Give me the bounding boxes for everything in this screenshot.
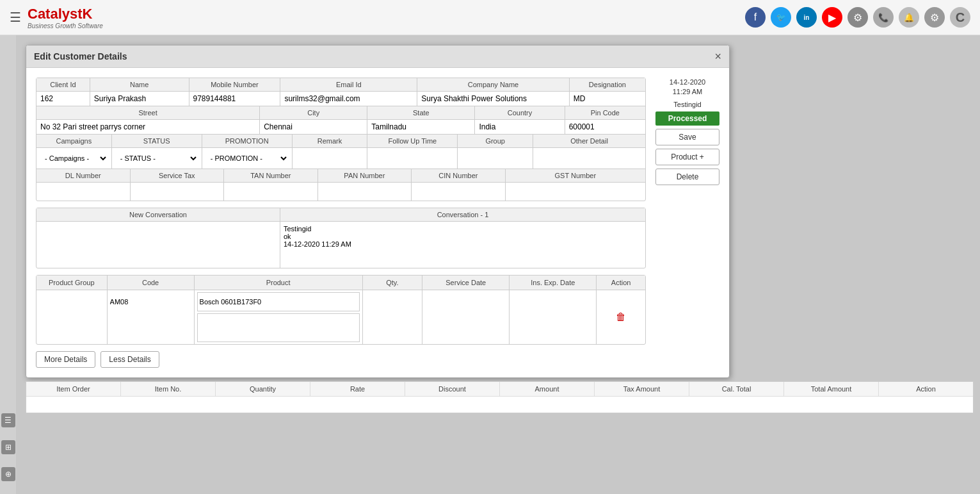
- tan-cell: TAN Number: [224, 169, 318, 201]
- status-select[interactable]: - STATUS -: [115, 150, 198, 167]
- address-row: Street City State Country: [36, 106, 645, 135]
- email-cell: Email Id: [280, 78, 417, 106]
- qty-input[interactable]: [365, 292, 420, 311]
- name-input[interactable]: [90, 92, 189, 106]
- company-cell: Company Name: [417, 78, 570, 106]
- product-group-cell: [36, 290, 108, 344]
- new-conversation-input[interactable]: [36, 222, 280, 268]
- service-date-input[interactable]: [425, 292, 506, 311]
- remark-cell: Remark: [293, 135, 368, 169]
- client-id-input[interactable]: [36, 92, 90, 106]
- bottom-table-header: Item Order Item No. Quantity Rate Discou…: [26, 382, 973, 397]
- mobile-input[interactable]: [189, 92, 280, 106]
- new-conversation-pane: New Conversation: [36, 208, 280, 268]
- less-details-button[interactable]: Less Details: [100, 351, 159, 368]
- row-delete-icon[interactable]: 🗑: [616, 311, 626, 323]
- new-conversation-textarea[interactable]: [40, 225, 277, 263]
- modal-close-button[interactable]: ×: [714, 51, 721, 62]
- gst-cell: GST Number: [506, 169, 645, 201]
- header-row-1: Client Id Name Mobile Number Email Id: [36, 78, 645, 106]
- group-cell: Group: [458, 135, 533, 169]
- product-plus-button[interactable]: Product +: [655, 149, 719, 165]
- sidebar-icon-3[interactable]: ⊕: [1, 467, 15, 481]
- promotion-select[interactable]: - PROMOTION -: [205, 150, 289, 167]
- state-input[interactable]: [367, 120, 474, 134]
- youtube-icon[interactable]: ▶: [822, 7, 842, 28]
- action-cell: 🗑: [597, 290, 645, 344]
- tan-label: TAN Number: [224, 169, 317, 183]
- table-row: 🗑: [36, 290, 645, 344]
- save-button[interactable]: Save: [655, 129, 719, 145]
- sidebar-icon-1[interactable]: ☰: [1, 413, 15, 427]
- app-name: CatalystK: [28, 6, 92, 22]
- product-group-input[interactable]: [39, 292, 104, 311]
- bell-icon[interactable]: 🔔: [899, 7, 919, 28]
- logo: CatalystK Business Growth Software: [28, 6, 103, 29]
- delete-button[interactable]: Delete: [655, 169, 719, 185]
- dl-input[interactable]: [40, 185, 127, 199]
- group-label: Group: [458, 135, 533, 148]
- more-details-button[interactable]: More Details: [36, 351, 95, 368]
- followup-cell: Follow Up Time: [367, 135, 458, 169]
- status-date: 14-12-2020: [670, 78, 705, 86]
- ins-exp-date-input[interactable]: [512, 292, 593, 311]
- state-cell: State: [367, 106, 475, 134]
- followup-input[interactable]: [371, 150, 454, 164]
- campaigns-row: Campaigns - Campaigns - STATUS - STATUS …: [36, 135, 645, 169]
- group-input[interactable]: [461, 150, 529, 164]
- cin-input[interactable]: [415, 185, 502, 199]
- btcol-action: Action: [879, 382, 973, 396]
- state-label: State: [367, 106, 474, 120]
- gst-input[interactable]: [509, 185, 642, 199]
- code-input[interactable]: [110, 292, 191, 311]
- pincode-input[interactable]: [565, 120, 645, 134]
- col-header-service-date: Service Date: [422, 276, 510, 290]
- user-avatar[interactable]: C: [950, 7, 970, 28]
- btcol-amount: Amount: [500, 382, 595, 396]
- email-input[interactable]: [280, 92, 417, 106]
- col-header-product: Product: [195, 276, 363, 290]
- country-cell: Country: [475, 106, 565, 134]
- cin-label: CIN Number: [412, 169, 505, 183]
- company-input[interactable]: [417, 92, 569, 106]
- street-label: Street: [36, 106, 259, 120]
- product-table-header: Product Group Code Product Qty. Service …: [36, 276, 645, 290]
- service-tax-input[interactable]: [134, 185, 221, 199]
- pan-input[interactable]: [321, 185, 408, 199]
- sidebar-icon-2[interactable]: ⊞: [1, 440, 15, 454]
- designation-input[interactable]: [570, 92, 645, 106]
- linkedin-icon[interactable]: in: [796, 7, 817, 28]
- tan-input[interactable]: [227, 185, 314, 199]
- existing-conversation-content: Testingid ok 14-12-2020 11:29 AM: [280, 222, 645, 260]
- city-label: City: [260, 106, 367, 120]
- other-detail-label: Other Detail: [533, 135, 645, 148]
- qty-cell: [363, 290, 423, 344]
- campaigns-select[interactable]: - Campaigns -: [40, 150, 108, 167]
- country-input[interactable]: [475, 120, 564, 134]
- twitter-icon[interactable]: 🐦: [771, 7, 791, 28]
- product-input[interactable]: [197, 292, 360, 311]
- city-cell: City: [260, 106, 367, 134]
- status-badge: Processed: [655, 111, 719, 126]
- name-label: Name: [90, 78, 189, 92]
- navbar-right: f 🐦 in ▶ ⚙ 📞 🔔 ⚙ C: [745, 7, 970, 28]
- remark-input[interactable]: [296, 150, 364, 164]
- product-description-input[interactable]: [197, 313, 360, 342]
- gear-icon[interactable]: ⚙: [847, 7, 868, 28]
- ins-exp-date-cell: [510, 290, 597, 344]
- other-detail-input[interactable]: [536, 150, 642, 164]
- service-date-cell: [422, 290, 510, 344]
- conversation-section: New Conversation Conversation - 1 Testin…: [36, 208, 646, 268]
- street-input[interactable]: [36, 120, 259, 134]
- city-input[interactable]: [260, 120, 367, 134]
- main-content: ☰ ⊞ ⊕ Edit Customer Details × 14-12-2020…: [0, 35, 980, 494]
- status-label: STATUS: [112, 135, 202, 148]
- product-table: Product Group Code Product Qty. Service …: [36, 275, 646, 345]
- pan-label: PAN Number: [318, 169, 412, 183]
- phone-icon[interactable]: 📞: [873, 7, 894, 28]
- hamburger-menu[interactable]: ☰: [10, 10, 21, 25]
- settings-icon[interactable]: ⚙: [924, 7, 945, 28]
- col-header-product-group: Product Group: [36, 276, 108, 290]
- product-cell: [195, 290, 363, 344]
- facebook-icon[interactable]: f: [745, 7, 766, 28]
